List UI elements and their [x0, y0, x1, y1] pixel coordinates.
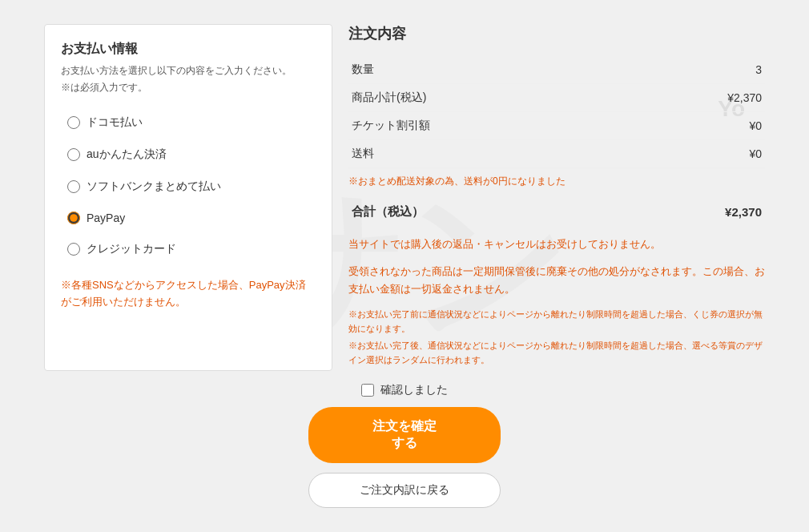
radio-paypay[interactable]: [67, 212, 80, 224]
confirm-checkbox-label: 確認しました: [380, 383, 448, 397]
payment-options: ドコモ払い auかんたん決済 ソフトバンクまとめて払い PayPay クレジット…: [61, 107, 316, 264]
table-row-shipping: 送料 ¥0: [348, 140, 765, 168]
label-au: auかんたん決済: [87, 147, 167, 162]
payment-panel-title: お支払い情報: [61, 41, 316, 58]
table-row-total: 合計（税込） ¥2,370: [348, 195, 765, 226]
radio-docomo[interactable]: [67, 116, 80, 129]
row-value-discount: ¥0: [630, 112, 765, 140]
payment-option-paypay[interactable]: PayPay: [61, 204, 316, 232]
row-value-shipping: ¥0: [630, 140, 765, 168]
radio-softbank[interactable]: [67, 180, 80, 193]
label-docomo: ドコモ払い: [87, 115, 143, 130]
notice-small-2: ※お支払い完了後、通信状況などによりページから離れたり制限時間を超過した場合、選…: [348, 339, 765, 367]
payment-option-credit[interactable]: クレジットカード: [61, 234, 316, 264]
back-to-order-button[interactable]: ご注文内訳に戻る: [308, 473, 501, 508]
payment-panel-desc: お支払い方法を選択し以下の内容をご入力ください。: [61, 64, 316, 78]
payment-panel-required: ※は必須入力です。: [61, 81, 316, 95]
payment-panel: お支払い情報 お支払い方法を選択し以下の内容をご入力ください。 ※は必須入力です…: [44, 24, 332, 371]
label-softbank: ソフトバンクまとめて払い: [87, 179, 221, 194]
notice-cancellation: 当サイトでは購入後の返品・キャンセルはお受けしておりません。: [348, 236, 765, 253]
label-paypay: PayPay: [87, 212, 125, 224]
row-label-discount: チケット割引額: [348, 112, 630, 140]
row-value-subtotal: ¥2,370: [630, 84, 765, 112]
row-value-total: ¥2,370: [618, 195, 766, 226]
row-label-shipping: 送料: [348, 140, 630, 168]
notice-small-1: ※お支払い完了前に通信状況などによりページから離れたり制限時間を超過した場合、く…: [348, 308, 765, 336]
page-container: お支払い情報 お支払い方法を選択し以下の内容をご入力ください。 ※は必須入力です…: [44, 24, 765, 371]
payment-warning: ※各種SNSなどからアクセスした場合、PayPay決済がご利用いただけません。: [61, 277, 316, 311]
order-title: 注文内容: [348, 24, 765, 43]
row-label-quantity: 数量: [348, 56, 630, 84]
order-panel: 注文内容 数量 3 商品小計(税込) ¥2,370 チケット割引額 ¥0 送料 …: [348, 24, 765, 371]
order-table: 数量 3 商品小計(税込) ¥2,370 チケット割引額 ¥0 送料 ¥0: [348, 56, 765, 168]
payment-option-docomo[interactable]: ドコモ払い: [61, 107, 316, 138]
bottom-area: 確認しました 注文を確定する ご注文内訳に戻る: [308, 383, 501, 508]
order-table-total: 合計（税込） ¥2,370: [348, 195, 765, 226]
row-value-quantity: 3: [630, 56, 765, 84]
confirm-order-button[interactable]: 注文を確定する: [308, 407, 501, 463]
table-row-discount: チケット割引額 ¥0: [348, 112, 765, 140]
radio-credit[interactable]: [67, 243, 80, 256]
row-label-total: 合計（税込）: [348, 195, 618, 226]
payment-option-softbank[interactable]: ソフトバンクまとめて払い: [61, 171, 316, 202]
table-row-quantity: 数量 3: [348, 56, 765, 84]
free-shipping-note: ※おまとめ配送対象の為、送料が0円になりました: [348, 175, 765, 188]
payment-option-au[interactable]: auかんたん決済: [61, 139, 316, 170]
notice-disposal: 受領されなかった商品は一定期間保管後に廃棄その他の処分がなされます。この場合、お…: [348, 263, 765, 298]
radio-au[interactable]: [67, 148, 80, 161]
row-label-subtotal: 商品小計(税込): [348, 84, 630, 112]
label-credit: クレジットカード: [87, 242, 176, 256]
confirm-checkbox[interactable]: [361, 384, 374, 397]
confirm-checkbox-area: 確認しました: [361, 383, 448, 397]
table-row-subtotal: 商品小計(税込) ¥2,370: [348, 84, 765, 112]
